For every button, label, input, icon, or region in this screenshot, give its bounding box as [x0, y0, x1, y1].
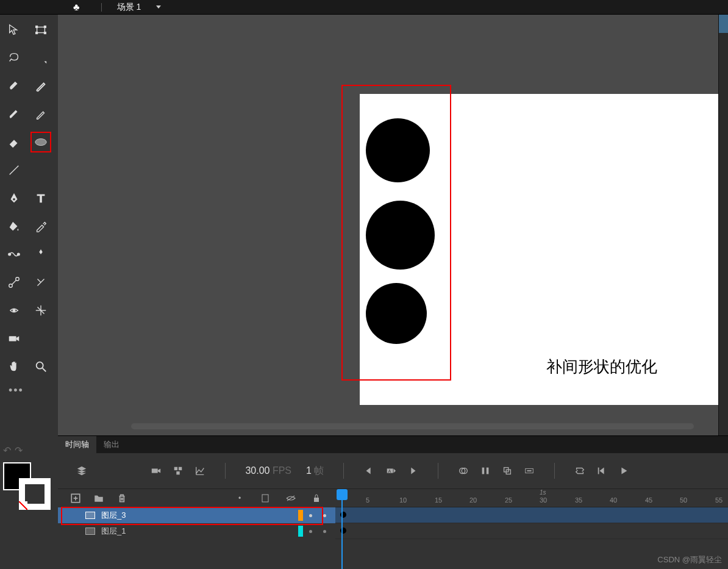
annotation-box: [341, 85, 451, 381]
svg-rect-32: [527, 470, 532, 471]
frame-track[interactable]: [335, 507, 728, 523]
layer-type-icon: [85, 512, 95, 519]
redo-button[interactable]: ↷: [15, 445, 23, 456]
step-back-icon[interactable]: [596, 465, 607, 476]
svg-rect-37: [262, 495, 268, 502]
goto-frame-button[interactable]: A: [385, 465, 396, 476]
tools-panel: •••: [0, 15, 58, 435]
layer-color-marker[interactable]: [298, 510, 303, 521]
layer-name[interactable]: 图层_3: [101, 510, 292, 521]
pencil-tool[interactable]: [30, 104, 51, 124]
frame-display[interactable]: 1 帧: [306, 465, 324, 478]
playhead[interactable]: [341, 489, 343, 569]
delete-layer-button[interactable]: [116, 493, 127, 504]
stroke-color-swatch[interactable]: [19, 478, 51, 510]
insert-frame-icon[interactable]: [524, 465, 535, 476]
marker-icon[interactable]: [502, 465, 513, 476]
brush-tool[interactable]: [30, 76, 51, 96]
graph-icon[interactable]: [194, 465, 205, 476]
loop-icon[interactable]: [574, 465, 585, 476]
new-layer-button[interactable]: [70, 493, 81, 504]
line-tool[interactable]: [4, 160, 24, 181]
new-folder-button[interactable]: [93, 493, 104, 504]
ruler-tick: 20: [469, 496, 477, 504]
layer-color-marker[interactable]: [298, 526, 303, 537]
undo-button[interactable]: ↶: [3, 445, 11, 456]
3d-rotation-tool[interactable]: [30, 300, 51, 321]
camera-tool[interactable]: [4, 328, 24, 349]
svg-line-18: [43, 368, 46, 372]
svg-rect-27: [482, 468, 485, 474]
free-transform-tool[interactable]: [30, 20, 51, 40]
divider: [101, 3, 102, 12]
layers-icon[interactable]: [76, 465, 87, 476]
scene-icon: ♣: [73, 2, 80, 13]
svg-rect-1: [36, 26, 38, 28]
paint-brush-tool[interactable]: [4, 104, 24, 124]
svg-rect-3: [36, 32, 38, 34]
svg-point-7: [9, 253, 11, 256]
text-tool[interactable]: [30, 188, 51, 209]
svg-line-6: [10, 166, 19, 175]
stage[interactable]: 补间形状的优化: [58, 15, 718, 435]
layer-row[interactable]: 图层_3: [58, 507, 335, 523]
svg-rect-22: [177, 471, 180, 474]
top-bar: ♣ 场景 1: [0, 0, 728, 15]
svg-line-11: [12, 280, 16, 284]
zoom-tool[interactable]: [30, 356, 51, 377]
sub-tool-indicator: [30, 48, 51, 68]
frame-view-icon[interactable]: [173, 465, 184, 476]
pen-tool[interactable]: [4, 188, 24, 209]
color-swatches[interactable]: [3, 462, 52, 511]
prev-frame-button[interactable]: [363, 465, 374, 476]
svg-rect-33: [598, 468, 599, 474]
ruler-tick: 30: [540, 496, 547, 504]
svg-rect-2: [45, 26, 46, 28]
width-tool[interactable]: [4, 300, 24, 321]
outline-column-icon[interactable]: [259, 494, 272, 503]
timeline-panel: 时间轴 输出 30.00 FPS 1 帧 A: [58, 435, 728, 569]
horizontal-scrollbar[interactable]: [131, 423, 694, 429]
color-panel: ↶ ↷: [0, 435, 58, 569]
play-button[interactable]: [618, 465, 629, 476]
asset-warp-tool[interactable]: [4, 244, 24, 265]
next-frame-button[interactable]: [407, 465, 418, 476]
scene-selector[interactable]: ♣ 场景 1: [73, 2, 161, 13]
bind-tool[interactable]: [30, 272, 51, 293]
bone-tool[interactable]: [4, 272, 24, 293]
eyedropper-tool[interactable]: [30, 216, 51, 237]
lasso-tool[interactable]: [4, 48, 24, 68]
highlight-column-icon[interactable]: •: [233, 494, 246, 503]
selection-tool[interactable]: [4, 20, 24, 40]
visibility-column-icon[interactable]: [284, 495, 298, 502]
onion-skin-icon[interactable]: [458, 465, 469, 476]
edit-multiple-frames-icon[interactable]: [480, 465, 491, 476]
lock-column-icon[interactable]: [310, 494, 323, 503]
fps-display[interactable]: 30.00 FPS: [245, 465, 291, 476]
frame-ruler[interactable]: 1s 2s 5 10 15 20 25 30 35 40 45 50 55 60: [335, 489, 728, 507]
more-tools[interactable]: •••: [4, 384, 54, 397]
paint-bucket-tool[interactable]: [4, 216, 24, 237]
layer-name[interactable]: 图层_1: [101, 526, 292, 537]
scene-label: 场景 1: [117, 2, 141, 13]
fluid-brush-tool[interactable]: [4, 76, 24, 96]
pin-tool[interactable]: [30, 244, 51, 265]
ruler-tick: 45: [645, 496, 652, 504]
chevron-down-icon[interactable]: [156, 5, 161, 9]
layer-row[interactable]: 图层_1: [58, 523, 335, 539]
svg-rect-20: [174, 467, 177, 470]
svg-rect-21: [179, 467, 182, 470]
frame-track[interactable]: [335, 523, 728, 539]
panel-handle[interactable]: [719, 15, 728, 33]
tab-output[interactable]: 输出: [96, 436, 127, 453]
hand-tool[interactable]: [4, 356, 24, 377]
tab-timeline[interactable]: 时间轴: [58, 436, 96, 453]
svg-point-5: [35, 139, 46, 146]
keyframe-camera-icon[interactable]: [151, 465, 162, 476]
svg-point-17: [37, 362, 43, 369]
canvas-text[interactable]: 补间形状的优化: [546, 356, 657, 378]
svg-rect-39: [314, 498, 319, 502]
oval-tool[interactable]: [30, 132, 51, 152]
panel-tabs: 时间轴 输出: [58, 436, 728, 453]
eraser-tool[interactable]: [4, 132, 24, 152]
